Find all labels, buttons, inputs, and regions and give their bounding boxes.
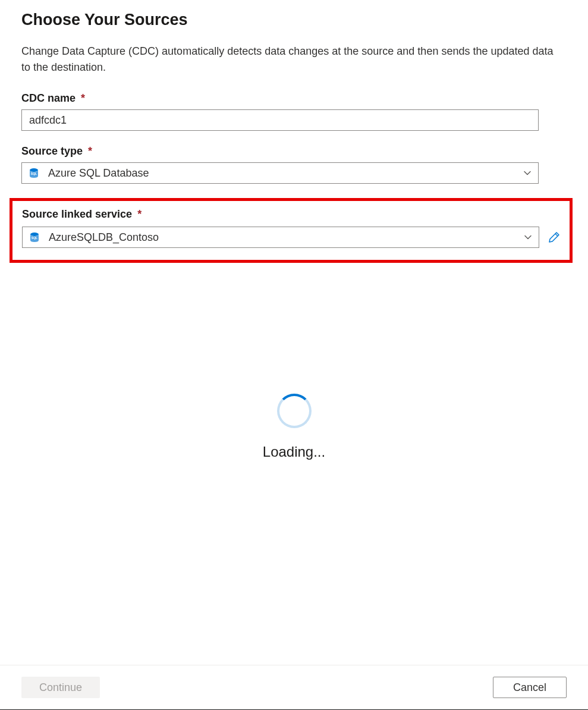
- cdc-name-label: CDC name *: [21, 92, 567, 105]
- page-title: Choose Your Sources: [21, 11, 567, 29]
- cdc-name-input[interactable]: [21, 109, 539, 131]
- cdc-name-label-text: CDC name: [21, 92, 76, 104]
- source-linked-service-highlight: Source linked service * SQL AzureSQLDB_C…: [10, 198, 573, 263]
- cancel-button[interactable]: Cancel: [493, 677, 567, 698]
- source-linked-service-label: Source linked service *: [22, 208, 560, 221]
- source-type-group: Source type * SQL Azure SQL Database: [21, 145, 567, 184]
- source-linked-service-select[interactable]: AzureSQLDB_Contoso: [22, 227, 539, 248]
- cdc-name-group: CDC name *: [21, 92, 567, 131]
- source-type-label: Source type *: [21, 145, 567, 158]
- source-type-value: Azure SQL Database: [48, 167, 149, 180]
- source-type-select[interactable]: Azure SQL Database: [21, 162, 539, 184]
- loading-text: Loading...: [263, 444, 325, 460]
- required-marker: *: [137, 208, 142, 220]
- page-description: Change Data Capture (CDC) automatically …: [21, 43, 556, 76]
- source-linked-service-label-text: Source linked service: [22, 208, 132, 220]
- required-marker: *: [81, 92, 85, 104]
- main-content: Choose Your Sources Change Data Capture …: [0, 0, 588, 460]
- loading-area: Loading...: [21, 394, 567, 460]
- loading-spinner-icon: [277, 394, 312, 428]
- footer: Continue Cancel: [0, 665, 588, 710]
- linked-service-row: SQL AzureSQLDB_Contoso: [22, 227, 560, 248]
- source-type-select-wrapper: SQL Azure SQL Database: [21, 162, 539, 184]
- source-linked-service-value: AzureSQLDB_Contoso: [49, 231, 159, 244]
- source-linked-service-select-wrapper: SQL AzureSQLDB_Contoso: [22, 227, 539, 248]
- required-marker: *: [88, 145, 92, 157]
- edit-icon[interactable]: [548, 231, 561, 244]
- continue-button[interactable]: Continue: [21, 677, 100, 698]
- source-type-label-text: Source type: [21, 145, 83, 157]
- svg-line-4: [555, 234, 558, 236]
